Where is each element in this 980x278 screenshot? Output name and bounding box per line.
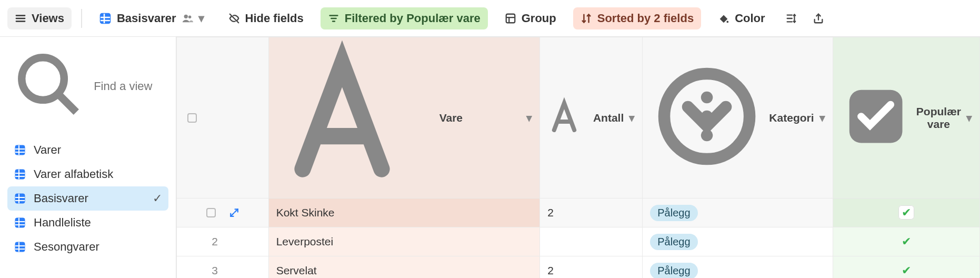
sidebar-item-label: Varer alfabetisk bbox=[34, 167, 113, 181]
grid-icon bbox=[14, 144, 26, 156]
cell-vare[interactable]: Leverpostei bbox=[276, 235, 334, 247]
chevron-down-icon: ▾ bbox=[198, 12, 204, 25]
share-button[interactable] bbox=[809, 8, 827, 28]
svg-point-8 bbox=[188, 15, 191, 18]
sort-label: Sorted by 2 fields bbox=[597, 12, 694, 25]
share-icon bbox=[813, 13, 824, 24]
expand-icon[interactable] bbox=[229, 208, 239, 217]
row-checkbox[interactable] bbox=[206, 208, 216, 217]
check-icon: ✔ bbox=[902, 206, 911, 220]
text-type-icon bbox=[547, 96, 588, 140]
column-header-vare[interactable]: Vare ▾ bbox=[268, 37, 539, 198]
svg-point-7 bbox=[184, 14, 187, 18]
sort-icon bbox=[581, 13, 592, 24]
data-table: Vare ▾ Antall ▾ Ka bbox=[176, 37, 980, 278]
find-a-view[interactable] bbox=[7, 44, 168, 128]
column-label: Vare bbox=[439, 112, 521, 124]
category-tag[interactable]: Pålegg bbox=[650, 205, 697, 221]
toolbar: Views Basisvarer ▾ Hide fields Filtered … bbox=[0, 0, 980, 37]
column-label: Kategori bbox=[769, 112, 814, 124]
check-icon: ✔ bbox=[902, 264, 911, 277]
group-button[interactable]: Group bbox=[497, 7, 564, 29]
cell-popular[interactable]: ✔ bbox=[833, 198, 979, 227]
grid-icon bbox=[99, 12, 112, 25]
sidebar-item[interactable]: Basisvarer ✓ bbox=[7, 186, 168, 211]
views-sidebar: Varer Varer alfabetisk Basisvarer ✓ Hand… bbox=[0, 37, 176, 278]
sidebar-item-label: Basisvarer bbox=[34, 192, 88, 205]
column-header-kategori[interactable]: Kategori ▾ bbox=[643, 37, 833, 198]
eye-off-icon bbox=[228, 13, 240, 24]
toolbar-separator bbox=[81, 9, 82, 28]
row-number: 3 bbox=[184, 264, 245, 277]
search-icon bbox=[13, 48, 85, 124]
text-type-icon bbox=[276, 37, 434, 198]
search-input[interactable] bbox=[93, 79, 163, 94]
table-row[interactable]: 2 Leverpostei Pålegg ✔ bbox=[177, 227, 980, 256]
svg-rect-37 bbox=[15, 242, 25, 252]
table-row[interactable]: 3 Servelat 2 Pålegg ✔ bbox=[177, 256, 980, 279]
svg-point-15 bbox=[727, 21, 729, 23]
grid-icon bbox=[14, 241, 26, 253]
row-height-button[interactable] bbox=[782, 8, 800, 28]
category-tag[interactable]: Pålegg bbox=[650, 234, 697, 250]
view-switcher[interactable]: Basisvarer ▾ bbox=[92, 7, 212, 29]
cell-antall[interactable]: 2 bbox=[547, 206, 554, 219]
hide-fields-label: Hide fields bbox=[245, 12, 304, 25]
chevron-down-icon[interactable]: ▾ bbox=[629, 112, 635, 124]
category-tag[interactable]: Pålegg bbox=[650, 263, 697, 279]
checkbox-type-icon bbox=[841, 81, 911, 154]
column-header-popular[interactable]: Populær vare ▾ bbox=[833, 37, 979, 198]
check-icon: ✔ bbox=[902, 235, 911, 249]
sidebar-item[interactable]: Handleliste bbox=[7, 211, 168, 235]
group-icon bbox=[505, 13, 516, 24]
sidebar-item[interactable]: Varer bbox=[7, 138, 168, 162]
sidebar-item[interactable]: Varer alfabetisk bbox=[7, 162, 168, 186]
grid-icon bbox=[14, 192, 26, 205]
cell-vare[interactable]: Servelat bbox=[276, 264, 317, 276]
svg-rect-33 bbox=[15, 218, 25, 227]
views-button[interactable]: Views bbox=[7, 7, 72, 29]
grid-icon bbox=[14, 168, 26, 181]
sidebar-item-label: Handleliste bbox=[34, 216, 91, 230]
table-row[interactable]: Kokt Skinke 2 Pålegg ✔ bbox=[177, 198, 980, 227]
cell-popular[interactable]: ✔ bbox=[833, 256, 979, 279]
chevron-down-icon[interactable]: ▾ bbox=[819, 112, 825, 124]
sidebar-item[interactable]: Sesongvarer bbox=[7, 235, 168, 259]
color-button[interactable]: Color bbox=[711, 7, 772, 29]
views-label: Views bbox=[32, 12, 64, 25]
group-label: Group bbox=[522, 12, 556, 25]
row-height-icon bbox=[785, 13, 797, 24]
svg-rect-12 bbox=[506, 14, 515, 23]
filter-button[interactable]: Filtered by Populær vare bbox=[321, 7, 488, 29]
grid-icon bbox=[14, 216, 26, 229]
color-label: Color bbox=[735, 12, 765, 25]
view-name: Basisvarer bbox=[117, 12, 176, 25]
svg-rect-21 bbox=[15, 145, 25, 155]
filter-icon bbox=[328, 13, 339, 24]
column-header-antall[interactable]: Antall ▾ bbox=[540, 37, 643, 198]
column-label: Antall bbox=[593, 112, 624, 124]
svg-rect-29 bbox=[15, 194, 25, 203]
svg-rect-3 bbox=[101, 14, 110, 23]
check-icon: ✓ bbox=[153, 192, 162, 205]
sort-button[interactable]: Sorted by 2 fields bbox=[573, 7, 701, 29]
select-all-checkbox[interactable] bbox=[187, 113, 197, 123]
sidebar-item-label: Varer bbox=[34, 143, 61, 157]
row-number: 2 bbox=[184, 235, 245, 248]
svg-line-20 bbox=[58, 94, 76, 112]
chevron-down-icon[interactable]: ▾ bbox=[526, 112, 532, 124]
svg-point-19 bbox=[22, 57, 64, 100]
cell-popular[interactable]: ✔ bbox=[833, 227, 979, 256]
single-select-icon bbox=[650, 59, 764, 176]
cell-antall[interactable]: 2 bbox=[547, 264, 554, 276]
sidebar-item-label: Sesongvarer bbox=[34, 240, 99, 254]
hide-fields-button[interactable]: Hide fields bbox=[221, 7, 311, 29]
filter-label: Filtered by Populær vare bbox=[345, 12, 481, 25]
paint-bucket-icon bbox=[718, 13, 729, 24]
svg-rect-25 bbox=[15, 170, 25, 179]
column-label: Populær vare bbox=[916, 105, 961, 131]
users-icon bbox=[182, 13, 193, 24]
chevron-down-icon[interactable]: ▾ bbox=[966, 112, 972, 124]
cell-vare[interactable]: Kokt Skinke bbox=[276, 206, 335, 219]
menu-icon bbox=[15, 13, 26, 24]
